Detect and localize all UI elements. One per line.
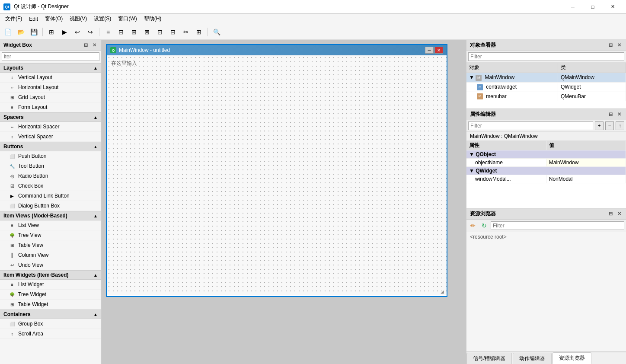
- central-widget-icon: C: [477, 84, 483, 90]
- toolbar-layout-g[interactable]: ⊞: [128, 26, 140, 38]
- horizontal-layout-icon: ↔: [9, 84, 16, 91]
- toolbar-layout-v[interactable]: ⊟: [115, 26, 127, 38]
- toolbar-layout-s[interactable]: ⊟: [167, 26, 179, 38]
- category-layouts[interactable]: Layouts ▲: [0, 63, 101, 73]
- widget-box-title: Widget Box: [3, 42, 32, 48]
- category-containers[interactable]: Containers ▲: [0, 310, 101, 319]
- widget-item-vertical-spacer[interactable]: ↕ Vertical Spacer: [0, 132, 101, 142]
- widget-item-list-widget[interactable]: ≡ List Widget: [0, 280, 101, 290]
- property-add-icon[interactable]: +: [595, 121, 604, 130]
- widget-item-table-view[interactable]: ⊞ Table View: [0, 240, 101, 250]
- designer-content[interactable]: 在这里输入 ◢: [107, 55, 447, 295]
- property-editor-undock[interactable]: ⊟: [607, 111, 614, 118]
- resource-refresh-btn[interactable]: ↻: [479, 221, 489, 230]
- tree-widget-icon: 🌳: [9, 291, 16, 298]
- category-item-widgets[interactable]: Item Widgets (Item-Based) ▲: [0, 270, 101, 280]
- menu-form[interactable]: 窗体(O): [42, 14, 66, 24]
- toolbar-layout-b[interactable]: ⊡: [154, 26, 166, 38]
- object-inspector-close[interactable]: ✕: [616, 42, 623, 49]
- prop-objectname-value[interactable]: MainWindow: [546, 159, 626, 167]
- widget-item-grid-layout[interactable]: ⊞ Grid Layout: [0, 93, 101, 102]
- widget-search-input[interactable]: [2, 52, 99, 61]
- toolbar-tab[interactable]: ⊞: [193, 26, 205, 38]
- toolbar-preview[interactable]: ▶: [58, 26, 70, 38]
- obj-col-name: 对象: [466, 63, 558, 73]
- toolbar-new-form[interactable]: ⊞: [45, 26, 57, 38]
- resource-filter-input[interactable]: [491, 221, 624, 230]
- widget-item-undo-view[interactable]: ↩ Undo View: [0, 260, 101, 270]
- widget-box-undock[interactable]: ⊟: [82, 42, 89, 48]
- widget-item-table-widget[interactable]: ⊞ Table Widget: [0, 300, 101, 310]
- toolbar-open[interactable]: 📂: [15, 26, 27, 38]
- widget-box-close[interactable]: ✕: [91, 42, 98, 48]
- menu-edit[interactable]: Edit: [26, 14, 42, 24]
- toolbar-undo[interactable]: ↩: [71, 26, 83, 38]
- property-arrow-icon[interactable]: ↑: [616, 121, 624, 130]
- category-buttons[interactable]: Buttons ▲: [0, 142, 101, 151]
- widget-item-vertical-layout[interactable]: ↕ Vertical Layout: [0, 73, 101, 83]
- minimize-button[interactable]: ─: [563, 0, 583, 14]
- widget-item-form-layout[interactable]: ≡ Form Layout: [0, 102, 101, 112]
- obj-row-2-class: QWidget: [558, 82, 626, 92]
- maximize-button[interactable]: □: [583, 0, 603, 14]
- resize-handle[interactable]: ◢: [441, 289, 446, 294]
- widget-item-list-view-label: List View: [18, 222, 39, 228]
- toolbar-layout-break[interactable]: ✂: [180, 26, 192, 38]
- widget-item-command-link-button[interactable]: ▶ Command Link Button: [0, 191, 101, 201]
- widget-item-tool-button[interactable]: 🔧 Tool Button: [0, 161, 101, 171]
- widget-item-column-view[interactable]: ║ Column View: [0, 250, 101, 260]
- menu-view[interactable]: 视图(V): [66, 14, 90, 24]
- tab-action-editor[interactable]: 动作编辑器: [513, 353, 552, 364]
- table-row[interactable]: windowModal... NonModal: [466, 175, 626, 183]
- designer-minimize-button[interactable]: ─: [425, 47, 434, 54]
- widget-item-scroll-area[interactable]: ↕ Scroll Area: [0, 329, 101, 339]
- resource-browser-title: 资源浏览器: [470, 210, 496, 217]
- resource-browser-undock[interactable]: ⊟: [607, 211, 614, 217]
- menu-help[interactable]: 帮助(H): [141, 14, 165, 24]
- object-inspector-filter-input[interactable]: [468, 52, 624, 61]
- designer-title-bar: Q MainWindow - untitled ─ ✕: [107, 45, 447, 55]
- resource-browser-close[interactable]: ✕: [616, 211, 623, 217]
- table-row[interactable]: C centralwidget QWidget: [466, 82, 626, 92]
- tab-signal-slot-editor[interactable]: 信号/槽编辑器: [466, 353, 512, 364]
- menu-file[interactable]: 文件(F): [2, 14, 26, 24]
- toolbar-save[interactable]: 💾: [28, 26, 40, 38]
- category-spacers[interactable]: Spacers ▲: [0, 112, 101, 122]
- designer-close-button[interactable]: ✕: [434, 47, 443, 54]
- menu-window[interactable]: 窗口(W): [115, 14, 140, 24]
- widget-item-horizontal-spacer[interactable]: ↔ Horizontal Spacer: [0, 122, 101, 132]
- widget-item-tree-view[interactable]: 🌳 Tree View: [0, 230, 101, 240]
- widget-item-list-view[interactable]: ≡ List View: [0, 220, 101, 230]
- widget-item-horizontal-layout[interactable]: ↔ Horizontal Layout: [0, 83, 101, 93]
- property-minus-icon[interactable]: −: [605, 121, 614, 130]
- category-item-widgets-arrow: ▲: [93, 273, 98, 278]
- widget-item-tree-widget[interactable]: 🌳 Tree Widget: [0, 290, 101, 300]
- widget-item-form-layout-label: Form Layout: [18, 104, 47, 110]
- toolbar-pointer[interactable]: 🔍: [211, 26, 223, 38]
- table-row[interactable]: M menubar QMenuBar: [466, 92, 626, 101]
- widget-item-radio-button[interactable]: ◎ Radio Button: [0, 171, 101, 181]
- table-row[interactable]: objectName MainWindow: [466, 159, 626, 167]
- widget-item-dialog-button-box[interactable]: ⬜ Dialog Button Box: [0, 201, 101, 211]
- prop-windowmodal-value[interactable]: NonModal: [546, 175, 626, 183]
- property-filter-input[interactable]: [468, 121, 593, 130]
- resource-pencil-btn[interactable]: ✏: [468, 221, 478, 230]
- toolbar-sep-3: [208, 28, 208, 36]
- widget-item-push-button[interactable]: ⬜ Push Button: [0, 151, 101, 161]
- property-table: 属性 值 ▼ QObject objectName MainWindow: [466, 141, 626, 183]
- toolbar-layout-f[interactable]: ⊠: [141, 26, 153, 38]
- widget-item-group-box[interactable]: ⬜ Group Box: [0, 319, 101, 329]
- property-editor-close[interactable]: ✕: [616, 111, 623, 118]
- toolbar-new[interactable]: 📄: [2, 26, 14, 38]
- toolbar-layout-h[interactable]: ≡: [102, 26, 114, 38]
- object-inspector-undock[interactable]: ⊟: [607, 42, 614, 49]
- prop-category-expand: ▼: [469, 151, 476, 157]
- close-button[interactable]: ✕: [603, 0, 623, 14]
- table-row[interactable]: ▼ M MainWindow QMainWindow: [466, 73, 626, 83]
- widget-item-check-box[interactable]: ☑ Check Box: [0, 181, 101, 191]
- toolbar-redo[interactable]: ↪: [84, 26, 96, 38]
- category-item-views[interactable]: Item Views (Model-Based) ▲: [0, 211, 101, 220]
- tab-resource-browser[interactable]: 资源浏览器: [553, 352, 591, 364]
- canvas-area[interactable]: Q MainWindow - untitled ─ ✕ 在这里输入 ◢: [102, 40, 466, 364]
- menu-settings[interactable]: 设置(S): [90, 14, 115, 24]
